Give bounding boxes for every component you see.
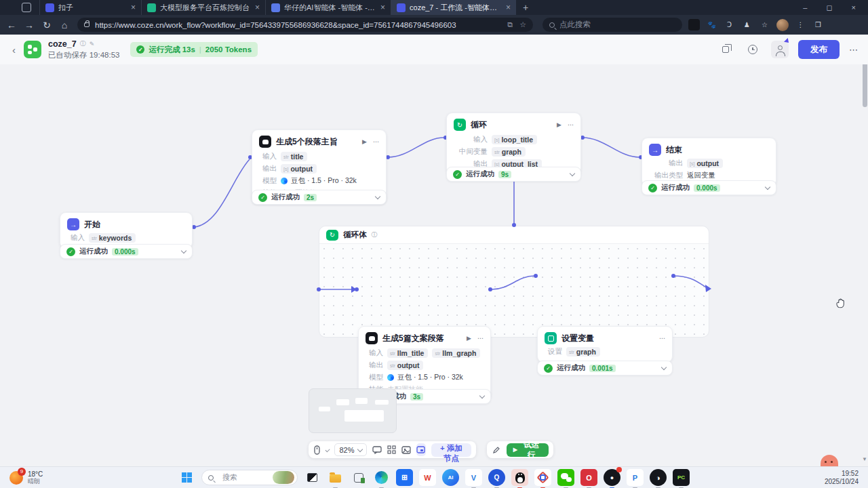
loop-body-header[interactable]: ↻ 循环体 ⓘ <box>319 226 709 244</box>
task-view-icon <box>307 473 317 482</box>
assistant-peek-widget[interactable] <box>821 455 838 466</box>
taskbar-search[interactable]: 搜索 <box>201 470 298 485</box>
collaboration-button[interactable] <box>771 41 789 58</box>
close-button[interactable]: × <box>852 3 856 12</box>
pp-app-button[interactable]: P <box>627 469 644 486</box>
pointer-mode-chevron[interactable] <box>326 447 330 452</box>
edge-button[interactable] <box>373 469 390 486</box>
node-status-llm1[interactable]: ✓ 运行成功 2s <box>252 190 387 205</box>
minimap-toggle-icon[interactable] <box>416 443 427 456</box>
run-node-icon[interactable]: ▶ <box>362 138 367 145</box>
address-bar[interactable]: https://www.coze.cn/work_flow?workflow_i… <box>77 18 533 32</box>
nav-forward-icon[interactable]: → <box>20 20 38 30</box>
extension-c-icon[interactable]: Ↄ <box>724 19 735 30</box>
task-view-button[interactable] <box>304 469 321 486</box>
node-start[interactable]: → 开始 输入 strkeywords <box>60 212 193 249</box>
new-tab-button[interactable]: + <box>523 2 528 13</box>
collapse-back-icon[interactable]: ‹ <box>12 44 16 56</box>
taskbar-clock[interactable]: 19:52 2025/10/24 <box>825 470 859 486</box>
tab-agent[interactable]: 华仔的AI智能体 -智能体 - 扣子 × <box>265 0 391 15</box>
pycharm-button[interactable]: PC <box>673 469 690 486</box>
extension-icon[interactable] <box>688 19 700 30</box>
pip-icon[interactable]: ⧉ <box>507 20 513 29</box>
wechat-button[interactable] <box>557 469 574 486</box>
info-icon: ⓘ <box>372 230 378 239</box>
start-button[interactable] <box>178 469 195 486</box>
pointer-mode-icon[interactable] <box>313 445 321 455</box>
phone-link-button[interactable] <box>350 469 367 486</box>
bookmark-star-icon[interactable]: ☆ <box>519 20 526 29</box>
red-o-app-button[interactable]: O <box>580 469 597 486</box>
file-explorer-button[interactable] <box>327 469 344 486</box>
comment-icon[interactable] <box>372 445 382 455</box>
chevron-down-icon[interactable] <box>570 170 575 176</box>
scrollbar-down-arrow[interactable]: ▼ <box>862 456 867 462</box>
blue-app-button[interactable]: Q <box>488 469 505 486</box>
chevron-down-icon[interactable] <box>661 364 667 369</box>
scrollbar-thumb[interactable] <box>863 64 867 107</box>
chevron-down-icon[interactable] <box>765 184 770 189</box>
ms-store-button[interactable]: ⊞ <box>396 469 413 486</box>
maximize-button[interactable]: ◻ <box>826 3 832 12</box>
node-status-end[interactable]: ✓ 运行成功 0.000s <box>642 180 776 195</box>
tab-close-icon[interactable]: × <box>131 3 136 12</box>
node-status-loop[interactable]: ✓ 运行成功 9s <box>446 167 581 182</box>
node-status-setvar[interactable]: ✓ 运行成功 0.001s <box>537 361 673 375</box>
wps-button[interactable]: W <box>419 469 436 486</box>
node-end[interactable]: → 结束 输出 [s]output 输出类型 返回变量 <box>642 138 776 186</box>
info-icon[interactable]: ⓘ <box>80 39 86 48</box>
tab-bailian-console[interactable]: 大模型服务平台百炼控制台 × <box>141 0 265 15</box>
node-status-start[interactable]: ✓ 运行成功 0.000s <box>60 244 193 259</box>
nav-back-icon[interactable]: ← <box>3 20 20 30</box>
header-more-button[interactable]: ⋯ <box>849 45 859 55</box>
edit-title-icon[interactable]: ✎ <box>90 41 95 47</box>
minimap[interactable] <box>309 388 397 433</box>
add-node-button[interactable]: + 添加节点 <box>431 443 471 457</box>
nav-reload-icon[interactable]: ↻ <box>38 20 56 30</box>
duplicate-button[interactable] <box>717 41 734 58</box>
nav-home-icon[interactable]: ⌂ <box>56 20 73 30</box>
node-more-icon[interactable]: ⋯ <box>373 138 379 145</box>
tab-close-icon[interactable]: × <box>380 3 385 12</box>
run-node-icon[interactable]: ▶ <box>557 121 561 128</box>
run-result-pill[interactable]: ✓ 运行完成 13s | 2050 Tokens <box>130 42 258 57</box>
chevron-down-icon[interactable] <box>479 392 485 398</box>
capcut-button[interactable]: ◑ <box>650 469 667 486</box>
node-setvar[interactable]: 设置变量 ⋯ 设置 strgraph <box>537 326 673 363</box>
node-loop[interactable]: ↻ 循环 ▶ ⋯ 输入 [s]loop_title 中间变量 strgraph … <box>446 113 581 175</box>
obs-button[interactable]: ● <box>604 469 620 486</box>
browser-menu-icon[interactable]: ⋮ <box>795 19 806 30</box>
node-more-icon[interactable]: ⋯ <box>568 121 574 128</box>
workflow-canvas[interactable]: ↻ 循环体 ⓘ 生成5篇文案段落 ▶ ⋯ 输入 strllm_title <box>0 64 868 466</box>
tab-close-icon[interactable]: × <box>255 3 260 12</box>
sidebar-toggle-icon[interactable]: ❒ <box>812 19 824 30</box>
quark-button[interactable]: AI <box>442 469 459 486</box>
extension-user-icon[interactable]: ♟ <box>741 19 753 30</box>
tab-favicon <box>147 3 156 12</box>
quick-search-box[interactable]: 点此搜索 <box>542 18 682 32</box>
history-button[interactable] <box>744 41 762 58</box>
zoom-select[interactable]: 82% <box>334 443 366 456</box>
knot-app-button[interactable] <box>534 469 551 486</box>
extension-paw-icon[interactable]: 🐾 <box>706 19 717 30</box>
chevron-down-icon[interactable] <box>181 247 186 253</box>
node-more-icon[interactable]: ⋯ <box>659 335 665 342</box>
tab-coze7-workflow[interactable]: coze_7 - 工作流 -智能体平台 × <box>391 0 516 15</box>
debug-pen-icon[interactable] <box>492 445 501 455</box>
tab-kouzi[interactable]: 扣子 × <box>39 0 141 15</box>
profile-avatar[interactable] <box>776 19 789 31</box>
v-app-button[interactable]: V <box>465 469 482 486</box>
minimize-button[interactable]: – <box>803 3 807 12</box>
node-loop-body[interactable]: ↻ 循环体 ⓘ 生成5篇文案段落 ▶ ⋯ 输入 strllm_title <box>319 226 709 338</box>
snapshot-icon[interactable] <box>401 445 411 455</box>
test-run-button[interactable]: ▶ 试运行 <box>507 443 549 457</box>
qq-button[interactable] <box>511 469 528 486</box>
run-node-icon[interactable]: ▶ <box>467 335 471 342</box>
weather-widget[interactable]: 9 18°C 晴朗 <box>9 470 43 485</box>
auto-layout-icon[interactable] <box>387 445 396 455</box>
chevron-down-icon[interactable] <box>375 193 380 199</box>
node-more-icon[interactable]: ⋯ <box>477 335 484 342</box>
favorites-icon[interactable]: ☆ <box>759 19 770 30</box>
tab-close-icon[interactable]: × <box>506 3 511 12</box>
publish-button[interactable]: 发布 <box>798 40 840 59</box>
